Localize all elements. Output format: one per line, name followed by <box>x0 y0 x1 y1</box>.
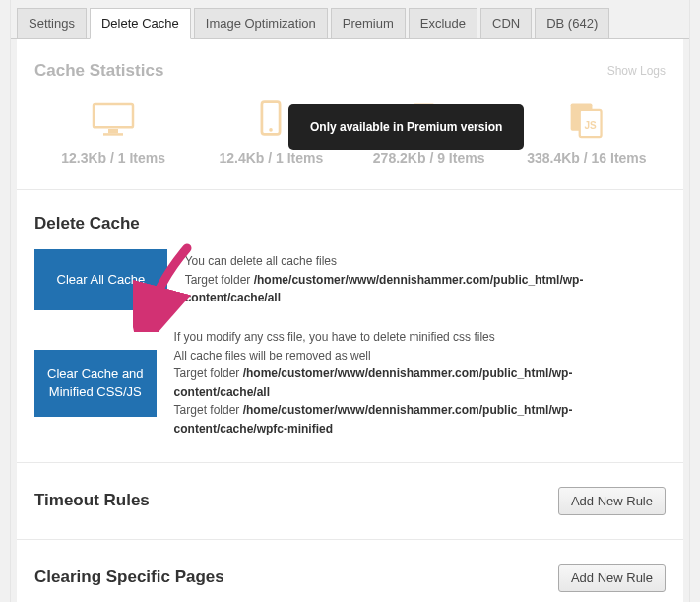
clear-cache-minified-button[interactable]: Clear Cache and Minified CSS/JS <box>34 350 157 417</box>
show-logs-link[interactable]: Show Logs <box>607 64 666 78</box>
stat-desktop-value: 12.3Kb / 1 Items <box>61 150 165 166</box>
clear-all-cache-button[interactable]: Clear All Cache <box>34 249 167 310</box>
divider <box>17 189 683 190</box>
tab-image-optimization[interactable]: Image Optimization <box>194 8 328 39</box>
action-clear-min: Clear Cache and Minified CSS/JS If you m… <box>34 328 666 438</box>
clear-min-target-prefix1: Target folder <box>174 367 243 380</box>
divider <box>17 462 683 463</box>
svg-point-4 <box>270 128 274 132</box>
js-icon: JS <box>562 100 611 139</box>
tab-bar: Settings Delete Cache Image Optimization… <box>11 0 689 39</box>
tab-premium[interactable]: Premium <box>331 8 406 39</box>
stats-title: Cache Statistics <box>34 61 163 81</box>
panel-delete-cache: Only available in Premium version Cache … <box>17 39 683 602</box>
stat-mobile-value: 12.4Kb / 1 Items <box>219 150 323 166</box>
svg-text:JS: JS <box>584 120 597 131</box>
clear-min-line1: If you modify any css file, you have to … <box>174 328 666 347</box>
section-title-delete-cache: Delete Cache <box>34 214 666 234</box>
tab-exclude[interactable]: Exclude <box>409 8 477 39</box>
stat-css-value: 278.2Kb / 9 Items <box>373 150 485 166</box>
add-rule-timeout-button[interactable]: Add New Rule <box>558 487 666 515</box>
section-title-timeout: Timeout Rules <box>34 491 150 510</box>
clear-all-target-prefix: Target folder <box>185 273 254 287</box>
stat-js: JS 338.4Kb / 16 Items <box>508 99 666 166</box>
section-title-clearing-pages: Clearing Specific Pages <box>34 568 224 587</box>
clear-all-info: You can delete all cache files Target fo… <box>185 252 666 307</box>
add-rule-clearing-button[interactable]: Add New Rule <box>558 564 666 592</box>
desktop-icon <box>89 100 138 139</box>
svg-rect-1 <box>108 129 118 133</box>
tab-cdn[interactable]: CDN <box>480 8 532 39</box>
tab-settings[interactable]: Settings <box>17 8 87 39</box>
stat-desktop: 12.3Kb / 1 Items <box>34 99 192 166</box>
clear-min-target-prefix2: Target folder <box>174 403 243 417</box>
action-clear-all: Clear All Cache You can delete all cache… <box>34 249 666 310</box>
stat-js-value: 338.4Kb / 16 Items <box>527 150 646 166</box>
svg-rect-2 <box>103 133 123 136</box>
svg-rect-0 <box>94 104 133 127</box>
tab-delete-cache[interactable]: Delete Cache <box>90 8 191 39</box>
clear-min-info: If you modify any css file, you have to … <box>174 328 666 438</box>
premium-tooltip: Only available in Premium version <box>288 104 524 150</box>
clear-all-desc: You can delete all cache files <box>185 252 666 271</box>
divider <box>17 539 683 540</box>
clear-min-line2: All cache files will be removed as well <box>174 347 666 366</box>
tab-db[interactable]: DB (642) <box>535 8 609 39</box>
